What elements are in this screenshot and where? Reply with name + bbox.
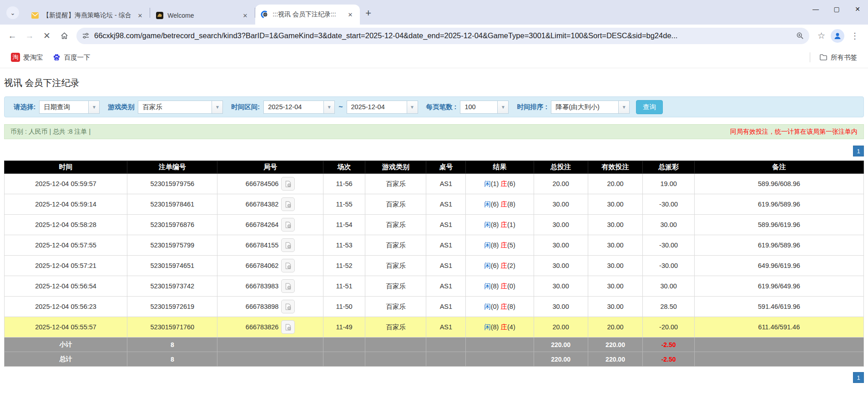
- bookmarks-bar: 淘 爱淘宝 du 百度一下 所有书签: [0, 47, 868, 68]
- chevron-down-icon[interactable]: ▼: [407, 101, 418, 114]
- column-header: 总投注: [534, 161, 588, 174]
- video-replay-button[interactable]: [281, 197, 295, 211]
- column-header: 时间: [5, 161, 127, 174]
- page-size-input[interactable]: [460, 101, 497, 114]
- game-kind-input[interactable]: [138, 101, 212, 114]
- url-bar[interactable]: 66cxkj98.com/game/betrecord_search/kind3…: [76, 28, 809, 44]
- video-replay-button[interactable]: [281, 320, 295, 334]
- search-button[interactable]: 查询: [636, 100, 663, 114]
- date-start-input[interactable]: [263, 101, 323, 114]
- video-replay-button[interactable]: [281, 238, 295, 252]
- video-replay-button[interactable]: [281, 300, 295, 313]
- banker-score: (5): [507, 242, 515, 249]
- video-replay-icon: [284, 180, 292, 188]
- video-replay-button[interactable]: [281, 177, 295, 191]
- bookmark-baidu[interactable]: du 百度一下: [48, 50, 95, 65]
- site-settings-icon[interactable]: [82, 32, 90, 40]
- tab-close-icon[interactable]: ✕: [135, 11, 145, 20]
- close-window-button[interactable]: ✕: [847, 0, 868, 18]
- page-number-button[interactable]: 1: [853, 146, 864, 156]
- date-start-picker[interactable]: ▼: [263, 101, 335, 114]
- sort-order-input[interactable]: [551, 101, 618, 114]
- column-header: 备注: [694, 161, 863, 174]
- cell-table-no: AS1: [426, 297, 466, 317]
- total-row: 总计 8 220.00 220.00 -2.50: [5, 352, 864, 367]
- chevron-down-icon[interactable]: ▼: [212, 101, 223, 114]
- video-replay-button[interactable]: [281, 218, 295, 232]
- cell-table-no: AS1: [426, 174, 466, 194]
- cell-note: 619.96/649.96: [694, 276, 863, 297]
- profile-avatar[interactable]: [831, 29, 844, 43]
- site-favicon-icon: [261, 10, 269, 19]
- cell-valid-bet: 30.00: [588, 194, 643, 215]
- new-tab-button[interactable]: +: [360, 7, 377, 19]
- round-id: 666784264: [246, 221, 279, 228]
- page-content: 视讯 会员下注纪录 请选择: ▼ 游戏类别 ▼ 时间区间: ▼ ~ ▼ 每页笔数…: [0, 77, 868, 383]
- tab-welcome[interactable]: Welcome ✕: [150, 6, 255, 25]
- page-number-button[interactable]: 1: [853, 372, 864, 383]
- back-button[interactable]: ←: [5, 28, 20, 44]
- player-result: 闲: [484, 180, 491, 187]
- browser-menu-icon[interactable]: ⋮: [846, 31, 863, 41]
- cell-total-bet-link[interactable]: 30.00: [534, 215, 588, 235]
- all-bookmarks-button[interactable]: 所有书签: [815, 50, 862, 65]
- date-end-picker[interactable]: ▼: [347, 101, 418, 114]
- banker-result: 庄: [500, 180, 507, 187]
- chevron-down-icon[interactable]: ▼: [88, 101, 100, 114]
- maximize-button[interactable]: ▢: [826, 0, 847, 18]
- column-header: 注单编号: [127, 161, 217, 174]
- cell-valid-bet: 30.00: [588, 276, 643, 297]
- chevron-down-icon[interactable]: ▼: [323, 101, 335, 114]
- tab-bet-records[interactable]: :::视讯 会员下注纪录::: ✕: [255, 5, 360, 25]
- tab-forum[interactable]: 【新提醒】海燕策略论坛 - 综合 ✕: [25, 6, 150, 25]
- home-button[interactable]: [56, 28, 72, 44]
- cell-total-bet-link[interactable]: 30.00: [534, 194, 588, 215]
- minimize-button[interactable]: —: [805, 0, 826, 18]
- cell-result: 闲(8) 庄(1): [466, 215, 534, 235]
- video-replay-button[interactable]: [281, 279, 295, 293]
- cell-total-bet-link[interactable]: 30.00: [534, 235, 588, 256]
- cell-total-bet-link[interactable]: 20.00: [534, 174, 588, 194]
- tab-close-icon[interactable]: ✕: [345, 10, 355, 20]
- player-result: 闲: [484, 303, 491, 310]
- subtotal-payout: -2.50: [643, 337, 694, 352]
- cell-bet-id: 523015972619: [127, 297, 217, 317]
- query-type-combobox[interactable]: ▼: [39, 101, 100, 114]
- forward-button[interactable]: →: [22, 28, 37, 44]
- cell-total-bet-link[interactable]: 30.00: [534, 276, 588, 297]
- cell-round: 666783983: [217, 276, 323, 297]
- game-kind-combobox[interactable]: ▼: [138, 101, 223, 114]
- stop-button[interactable]: ✕: [39, 28, 55, 44]
- bookmark-star-icon[interactable]: ☆: [814, 30, 829, 41]
- chevron-down-icon[interactable]: ▼: [618, 101, 630, 114]
- cell-round: 666783826: [217, 317, 323, 337]
- video-replay-button[interactable]: [281, 259, 295, 272]
- date-end-input[interactable]: [347, 101, 407, 114]
- folder-icon: [819, 53, 828, 61]
- window-controls: — ▢ ✕: [805, 0, 868, 18]
- cell-time: 2025-12-04 05:57:21: [5, 256, 127, 276]
- zoom-icon[interactable]: [796, 32, 804, 40]
- cell-time: 2025-12-04 05:59:57: [5, 174, 127, 194]
- chevron-down-icon[interactable]: ▼: [497, 101, 509, 114]
- banker-result: 庄: [500, 221, 507, 228]
- query-type-input[interactable]: [39, 101, 88, 114]
- table-row: 2025-12-04 05:58:28523015976876666784264…: [5, 215, 864, 235]
- person-icon: [833, 31, 842, 40]
- cell-game-kind: 百家乐: [365, 215, 426, 235]
- cell-total-bet-link[interactable]: 30.00: [534, 297, 588, 317]
- table-row: 2025-12-04 05:59:14523015978461666784382…: [5, 194, 864, 215]
- cell-total-bet-link[interactable]: 30.00: [534, 256, 588, 276]
- cell-total-bet-link[interactable]: 20.00: [534, 317, 588, 337]
- url-text[interactable]: 66cxkj98.com/game/betrecord_search/kind3…: [94, 31, 792, 40]
- banker-score: (4): [507, 323, 515, 331]
- round-id: 666783898: [246, 303, 279, 310]
- bookmarks-separator: [810, 52, 810, 62]
- sort-order-combobox[interactable]: ▼: [551, 101, 630, 114]
- tab-strip: ⌄ 【新提醒】海燕策略论坛 - 综合 ✕ Welcome ✕ :::视讯 会员下…: [0, 0, 868, 25]
- page-size-combobox[interactable]: ▼: [460, 101, 509, 114]
- tab-close-icon[interactable]: ✕: [240, 11, 250, 20]
- pagination-top: 1: [4, 146, 864, 156]
- tab-search-button[interactable]: ⌄: [6, 6, 19, 19]
- bookmark-taobao[interactable]: 淘 爱淘宝: [6, 50, 48, 65]
